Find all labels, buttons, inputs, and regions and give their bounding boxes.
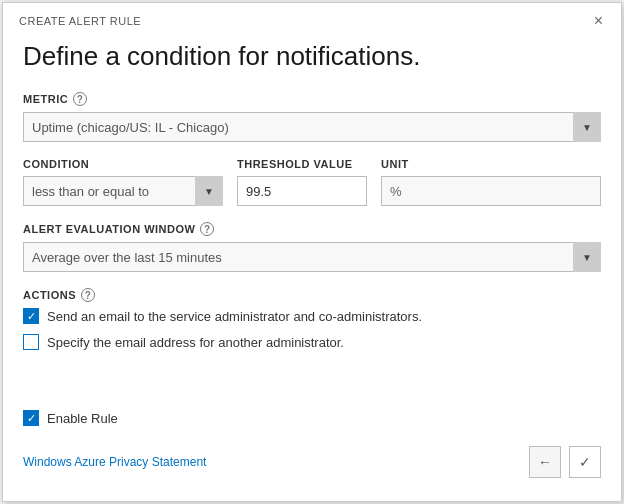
- metric-select[interactable]: Uptime (chicago/US: IL - Chicago): [23, 112, 601, 142]
- condition-select-wrapper: less than or equal to ▼: [23, 176, 223, 206]
- dialog-body: Define a condition for notifications. ME…: [3, 35, 621, 376]
- metric-label: METRIC ?: [23, 92, 601, 106]
- unit-input: [381, 176, 601, 206]
- alert-window-section: ALERT EVALUATION WINDOW ? Average over t…: [23, 222, 601, 272]
- actions-checkbox2[interactable]: [23, 334, 39, 350]
- back-button[interactable]: ←: [529, 446, 561, 478]
- alert-window-select-wrapper: Average over the last 15 minutes ▼: [23, 242, 601, 272]
- enable-rule-section: ✓ Enable Rule: [3, 400, 621, 426]
- threshold-input[interactable]: [237, 176, 367, 206]
- alert-window-label: ALERT EVALUATION WINDOW ?: [23, 222, 601, 236]
- footer-buttons: ← ✓: [529, 446, 601, 478]
- condition-section: CONDITION less than or equal to ▼: [23, 158, 223, 206]
- actions-section: ACTIONS ? ✓ Send an email to the service…: [23, 288, 601, 350]
- actions-checkbox1[interactable]: ✓: [23, 308, 39, 324]
- actions-label: ACTIONS ?: [23, 288, 601, 302]
- metric-select-wrapper: Uptime (chicago/US: IL - Chicago) ▼: [23, 112, 601, 142]
- privacy-link[interactable]: Windows Azure Privacy Statement: [23, 455, 206, 469]
- enable-rule-label: Enable Rule: [47, 411, 118, 426]
- actions-checkbox2-row: Specify the email address for another ad…: [23, 334, 601, 350]
- dialog-header-title: CREATE ALERT RULE: [19, 15, 141, 27]
- dialog-footer: Windows Azure Privacy Statement ← ✓: [3, 436, 621, 492]
- actions-checkbox2-label: Specify the email address for another ad…: [47, 335, 344, 350]
- condition-row: CONDITION less than or equal to ▼ THRESH…: [23, 158, 601, 206]
- enable-rule-checkmark-icon: ✓: [27, 413, 36, 424]
- unit-section: UNIT: [381, 158, 601, 206]
- actions-checkbox1-row: ✓ Send an email to the service administr…: [23, 308, 601, 324]
- unit-label: UNIT: [381, 158, 601, 170]
- alert-window-help-icon[interactable]: ?: [200, 222, 214, 236]
- alert-rule-dialog: CREATE ALERT RULE × Define a condition f…: [2, 2, 622, 502]
- dialog-header: CREATE ALERT RULE ×: [3, 3, 621, 35]
- threshold-section: THRESHOLD VALUE: [237, 158, 367, 206]
- actions-checkbox1-label: Send an email to the service administrat…: [47, 309, 422, 324]
- enable-rule-checkbox[interactable]: ✓: [23, 410, 39, 426]
- alert-window-select[interactable]: Average over the last 15 minutes: [23, 242, 601, 272]
- close-button[interactable]: ×: [588, 11, 609, 31]
- metric-section: METRIC ? Uptime (chicago/US: IL - Chicag…: [23, 92, 601, 142]
- dialog-heading: Define a condition for notifications.: [23, 41, 601, 72]
- confirm-button[interactable]: ✓: [569, 446, 601, 478]
- metric-help-icon[interactable]: ?: [73, 92, 87, 106]
- actions-help-icon[interactable]: ?: [81, 288, 95, 302]
- condition-select[interactable]: less than or equal to: [23, 176, 223, 206]
- checkmark1-icon: ✓: [27, 311, 36, 322]
- threshold-label: THRESHOLD VALUE: [237, 158, 367, 170]
- condition-label: CONDITION: [23, 158, 223, 170]
